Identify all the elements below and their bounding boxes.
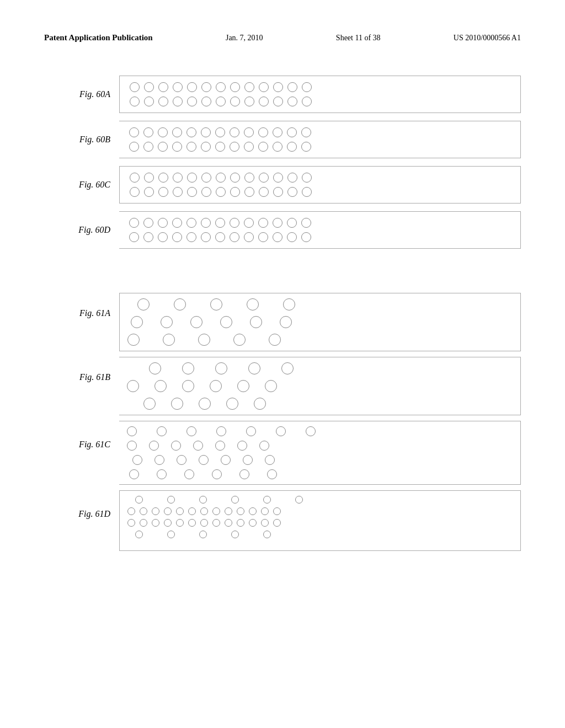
fig60a-row2 (127, 95, 513, 108)
dot (149, 362, 161, 374)
dot (239, 469, 249, 479)
dot (295, 496, 303, 504)
dot (152, 507, 159, 515)
dot (287, 173, 297, 183)
dot (259, 173, 269, 183)
dot (174, 298, 186, 311)
dot (130, 82, 140, 92)
dot (261, 507, 269, 515)
dot (140, 507, 147, 515)
dot (158, 232, 168, 242)
dot (276, 426, 286, 436)
dot (127, 380, 139, 392)
dot (186, 232, 196, 242)
dot (216, 187, 226, 197)
fig60c-dots (127, 171, 513, 199)
dot (244, 97, 254, 106)
dot (230, 82, 240, 92)
dot (190, 316, 202, 328)
dot (172, 142, 182, 152)
dot (154, 455, 164, 465)
dot (187, 187, 197, 197)
dot (287, 82, 297, 92)
dot (231, 496, 239, 504)
dot (273, 97, 283, 106)
dot (287, 218, 297, 228)
dot (258, 127, 268, 137)
dot (144, 97, 154, 106)
dot (201, 218, 211, 228)
dot (201, 232, 211, 242)
dot (226, 398, 238, 410)
dot (131, 316, 143, 328)
dot (287, 127, 297, 137)
dot (258, 232, 268, 242)
dot (215, 142, 225, 152)
fig61c-box (119, 421, 521, 485)
dot (263, 531, 271, 538)
dot (246, 426, 256, 436)
dot (258, 218, 268, 228)
fig60a-label: Fig. 60A (44, 89, 110, 99)
dot (212, 519, 220, 527)
dot (176, 519, 184, 527)
dot (163, 334, 175, 346)
dot (273, 187, 283, 197)
dot (225, 507, 232, 515)
dot (137, 298, 150, 311)
dot (273, 507, 281, 515)
dot (157, 469, 167, 479)
dot (167, 531, 175, 538)
dot (244, 187, 254, 197)
dot (249, 507, 257, 515)
dot (225, 519, 232, 527)
dot (201, 173, 211, 183)
dot (273, 127, 282, 137)
dot (127, 426, 137, 436)
dot (186, 127, 196, 137)
dot (127, 334, 140, 346)
dot (301, 142, 311, 152)
dot (193, 441, 203, 451)
dot (198, 334, 210, 346)
dot (200, 507, 208, 515)
fig60a-dots (127, 81, 513, 108)
dot (230, 187, 240, 197)
dot (188, 507, 196, 515)
dot (130, 173, 140, 183)
dot (221, 455, 231, 465)
dot (130, 187, 140, 197)
dot (273, 519, 281, 527)
fig61a-box (119, 293, 521, 351)
section-gap (44, 265, 521, 293)
dot (231, 531, 239, 538)
dot (237, 507, 244, 515)
dot (287, 142, 297, 152)
dot (135, 531, 143, 538)
dot (177, 455, 186, 465)
dot (302, 173, 312, 183)
fig61b-label: Fig. 61B (44, 372, 110, 382)
fig61d-row: Fig. 61D (44, 490, 521, 551)
dot (249, 519, 257, 527)
dot (152, 519, 159, 527)
dot (172, 127, 182, 137)
dot (259, 97, 269, 106)
dot (215, 232, 225, 242)
dot (287, 187, 297, 197)
dot (184, 469, 194, 479)
dot (244, 127, 254, 137)
fig61a-row: Fig. 61A (44, 293, 521, 351)
dot (244, 232, 254, 242)
dot (164, 519, 172, 527)
publication-label: Patent Application Publication (44, 33, 153, 42)
dot (186, 142, 196, 152)
dot (186, 426, 196, 436)
dot (129, 142, 139, 152)
dot (161, 316, 173, 328)
dot (216, 97, 226, 106)
dot (199, 496, 207, 504)
fig60a-row1 (127, 81, 513, 94)
fig60b-row2 (127, 140, 513, 153)
fig60d-row1 (127, 216, 513, 229)
